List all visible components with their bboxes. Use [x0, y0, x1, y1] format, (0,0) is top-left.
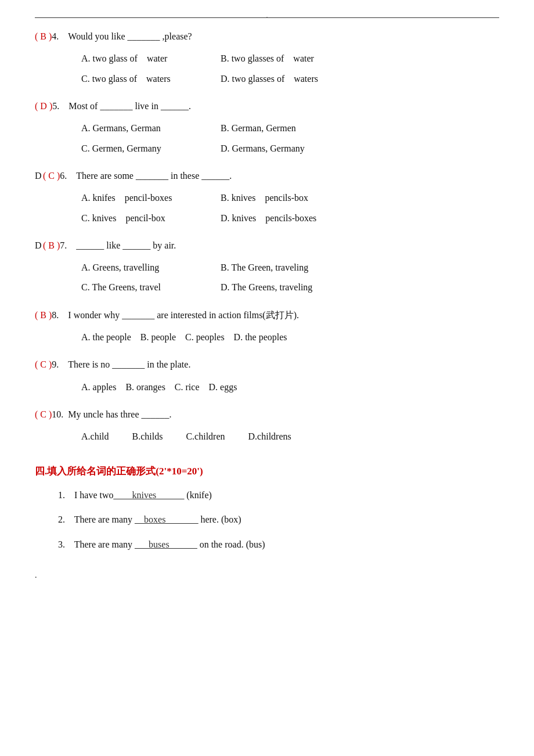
- fill-1-blank: ____knives______: [114, 490, 185, 500]
- q10-options-row1: A.child B.childs C.children D.childrens: [81, 428, 499, 445]
- q5-option-d: D. Germans, Germany: [221, 140, 337, 157]
- q6-number: 6.: [60, 168, 76, 183]
- q5-text: Most of _______ live in ______.: [68, 98, 499, 114]
- question-4: ( B ) 4. Would you like _______ ,please?…: [35, 28, 499, 88]
- answer-10: ( C ): [35, 406, 52, 422]
- question-4-row: ( B ) 4. Would you like _______ ,please?: [35, 28, 499, 44]
- q8-text: I wonder why _______ are interested in a…: [68, 307, 499, 323]
- q4-option-d: D. two glasses of waters: [221, 70, 337, 88]
- answer-9: ( C ): [35, 357, 52, 372]
- fill-2-after: here. (box): [198, 514, 241, 524]
- question-6: D ( C ) 6. There are some _______ in the…: [35, 168, 499, 227]
- question-5-row: ( D ) 5. Most of _______ live in ______.: [35, 98, 499, 114]
- q5-options-row1: A. Germans, German B. German, Germen: [81, 120, 499, 137]
- questions-container: ( B ) 4. Would you like _______ ,please?…: [35, 28, 499, 446]
- q8-option-a: A. the people B. people C. peoples D. th…: [81, 329, 287, 346]
- fill-2-blank: __boxes_______: [135, 514, 198, 524]
- question-8: ( B ) 8. I wonder why _______ are intere…: [35, 307, 499, 347]
- q10-text: My uncle has three ______.: [68, 406, 499, 422]
- q7-text: ______ like ______ by air.: [76, 237, 499, 253]
- q7-option-b: B. The Green, traveling: [221, 259, 337, 276]
- bottom-dot: .: [35, 571, 499, 580]
- fill-2-num: 2. There are many: [58, 514, 135, 524]
- q9-options-row1: A. apples B. oranges C. rice D. eggs: [81, 379, 499, 396]
- q7-option-a: A. Greens, travelling: [81, 259, 197, 276]
- q9-text: There is no _______ in the plate.: [68, 357, 499, 372]
- q7-options-row2: C. The Greens, travel D. The Greens, tra…: [81, 279, 499, 296]
- answer-7: ( B ): [43, 237, 60, 253]
- question-7-row: D ( B ) 7. ______ like ______ by air.: [35, 237, 499, 253]
- q6-options-row1: A. knifes pencil-boxes B. knives pencils…: [81, 189, 499, 207]
- q5-options-row2: C. Germen, Germany D. Germans, Germany: [81, 140, 499, 157]
- question-7: D ( B ) 7. ______ like ______ by air. A.…: [35, 237, 499, 297]
- question-8-row: ( B ) 8. I wonder why _______ are intere…: [35, 307, 499, 323]
- question-6-row: D ( C ) 6. There are some _______ in the…: [35, 168, 499, 183]
- q4-option-b: B. two glasses of water: [221, 50, 337, 67]
- fill-3-after: on the road. (bus): [197, 539, 265, 549]
- q4-number: 4.: [52, 28, 68, 44]
- q6-option-c: C. knives pencil-box: [81, 210, 197, 227]
- q7-d-prefix: D: [35, 237, 43, 253]
- section-four-title: 四.填入所给名词的正确形式(2'*10=20'): [35, 465, 499, 478]
- answer-5: ( D ): [35, 98, 52, 114]
- q4-text: Would you like _______ ,please?: [68, 28, 499, 44]
- q8-number: 8.: [52, 307, 68, 323]
- q10-option-a: A.child B.childs C.children D.childrens: [81, 428, 291, 445]
- q6-option-d: D. knives pencils-boxes: [221, 210, 337, 227]
- q7-option-d: D. The Greens, traveling: [221, 279, 337, 296]
- q6-options-row2: C. knives pencil-box D. knives pencils-b…: [81, 210, 499, 227]
- question-5: ( D ) 5. Most of _______ live in ______.…: [35, 98, 499, 157]
- q6-option-a: A. knifes pencil-boxes: [81, 189, 197, 207]
- answer-4: ( B ): [35, 28, 52, 44]
- q5-number: 5.: [52, 98, 68, 114]
- q8-options-row1: A. the people B. people C. peoples D. th…: [81, 329, 499, 346]
- fill-item-1: 1. I have two____knives______ (knife): [58, 487, 499, 504]
- q4-option-c: C. two glass of waters: [81, 70, 197, 88]
- q5-option-a: A. Germans, German: [81, 120, 197, 137]
- q4-options-row1: A. two glass of water B. two glasses of …: [81, 50, 499, 67]
- question-10: ( C ) 10. My uncle has three ______. A.c…: [35, 406, 499, 446]
- q10-number: 10.: [52, 406, 68, 422]
- top-divider: [35, 17, 499, 18]
- fill-3-num: 3. There are many: [58, 539, 135, 549]
- fill-1-after: (knife): [184, 490, 212, 500]
- q9-option-a: A. apples B. oranges C. rice D. eggs: [81, 379, 237, 396]
- q6-d-prefix: D: [35, 168, 43, 183]
- question-9-row: ( C ) 9. There is no _______ in the plat…: [35, 357, 499, 372]
- q5-option-b: B. German, Germen: [221, 120, 337, 137]
- question-10-row: ( C ) 10. My uncle has three ______.: [35, 406, 499, 422]
- fill-item-3: 3. There are many ___buses______ on the …: [58, 537, 499, 553]
- q9-number: 9.: [52, 357, 68, 372]
- q7-options-row1: A. Greens, travelling B. The Green, trav…: [81, 259, 499, 276]
- question-9: ( C ) 9. There is no _______ in the plat…: [35, 357, 499, 396]
- q4-options-row2: C. two glass of waters D. two glasses of…: [81, 70, 499, 88]
- q7-number: 7.: [60, 237, 76, 253]
- q7-option-c: C. The Greens, travel: [81, 279, 197, 296]
- q6-option-b: B. knives pencils-box: [221, 189, 337, 207]
- fill-items-container: 1. I have two____knives______ (knife) 2.…: [35, 487, 499, 553]
- answer-8: ( B ): [35, 307, 52, 323]
- q6-text: There are some _______ in these ______.: [76, 168, 499, 183]
- fill-item-2: 2. There are many __boxes_______ here. (…: [58, 512, 499, 528]
- q5-option-c: C. Germen, Germany: [81, 140, 197, 157]
- fill-3-blank: ___buses______: [135, 539, 197, 549]
- fill-1-num: 1. I have two: [58, 490, 114, 500]
- answer-6: ( C ): [43, 168, 60, 183]
- q4-option-a: A. two glass of water: [81, 50, 197, 67]
